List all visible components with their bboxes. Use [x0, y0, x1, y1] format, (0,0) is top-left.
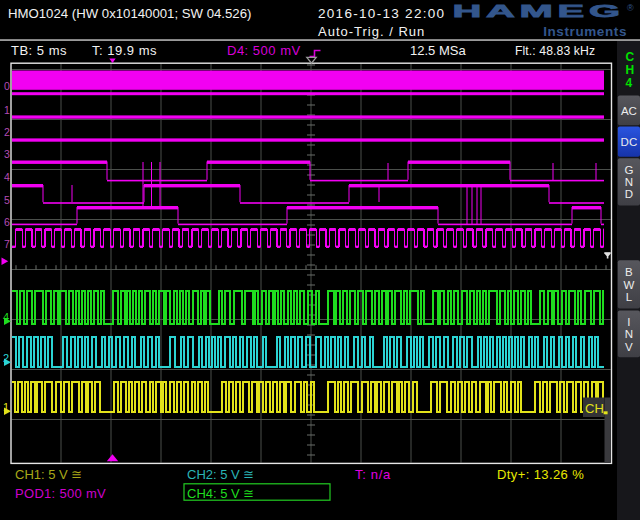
svg-text:3: 3 — [4, 148, 10, 160]
svg-text:CH1: 5 V ≅: CH1: 5 V ≅ — [15, 467, 82, 482]
svg-text:G: G — [624, 164, 633, 176]
svg-text:CH4: 5 V ≅: CH4: 5 V ≅ — [187, 486, 254, 501]
svg-text:CH2: 5 V ≅: CH2: 5 V ≅ — [187, 467, 254, 482]
svg-text:V: V — [625, 341, 633, 353]
svg-text:6: 6 — [4, 216, 10, 228]
svg-text:4: 4 — [626, 76, 633, 90]
svg-text:Flt.: 48.83 kHz: Flt.: 48.83 kHz — [515, 44, 595, 58]
svg-text:1: 1 — [4, 104, 10, 116]
svg-text:L: L — [626, 291, 633, 303]
svg-text:T: n/a: T: n/a — [355, 467, 391, 482]
svg-text:C: C — [626, 50, 635, 64]
svg-text:Instruments: Instruments — [543, 24, 627, 39]
svg-text:B: B — [625, 266, 633, 278]
svg-text:H: H — [626, 63, 635, 77]
svg-text:HAMEG: HAMEG — [453, 2, 625, 21]
svg-text:T: 19.9 ms: T: 19.9 ms — [92, 43, 157, 58]
svg-text:HMO1024 (HW 0x10140001; SW 04.: HMO1024 (HW 0x10140001; SW 04.526) — [8, 6, 251, 21]
svg-text:Dty+: 13.26 %: Dty+: 13.26 % — [497, 467, 584, 482]
svg-text:N: N — [625, 328, 633, 340]
svg-text:2016-10-13 22:00: 2016-10-13 22:00 — [318, 6, 445, 21]
svg-text:Auto-Trig. / Run: Auto-Trig. / Run — [318, 24, 425, 39]
svg-text:W: W — [623, 279, 634, 291]
svg-text:CH: CH — [585, 401, 604, 416]
svg-text:4: 4 — [4, 171, 10, 183]
svg-text:D: D — [625, 188, 633, 200]
svg-text:2: 2 — [4, 126, 10, 138]
svg-text:D4: 500 mV: D4: 500 mV — [227, 43, 301, 58]
svg-text:TB: 5 ms: TB: 5 ms — [11, 43, 67, 58]
svg-text:7: 7 — [4, 238, 10, 250]
svg-text:5: 5 — [4, 194, 10, 206]
svg-text:I: I — [627, 316, 630, 328]
svg-text:®: ® — [627, 3, 634, 13]
svg-text:POD1: 500 mV: POD1: 500 mV — [15, 486, 106, 501]
svg-text:12.5 MSa: 12.5 MSa — [410, 43, 466, 58]
svg-text:0: 0 — [4, 80, 10, 92]
svg-text:AC: AC — [621, 105, 637, 117]
svg-text:DC: DC — [621, 136, 638, 148]
svg-text:N: N — [625, 176, 633, 188]
